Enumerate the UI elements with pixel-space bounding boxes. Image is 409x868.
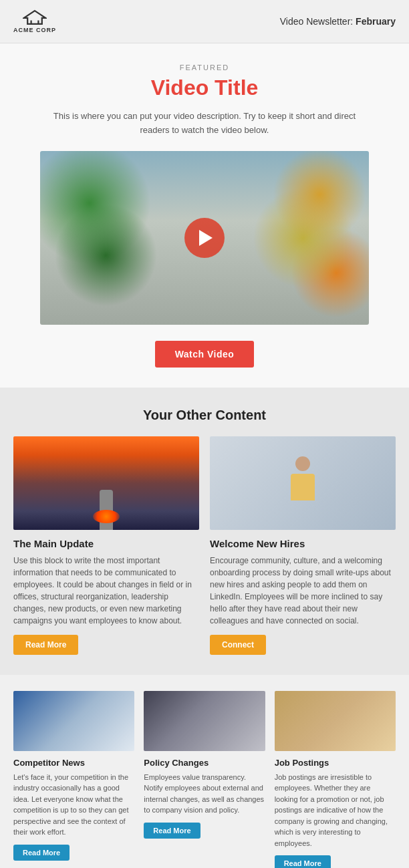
policy-changes-title: Policy Changes — [144, 758, 265, 768]
other-content-section: Your Other Content The Main Update Use t… — [0, 388, 409, 675]
job-postings-read-more-button[interactable]: Read More — [275, 855, 331, 868]
main-update-text: Use this block to write the most importa… — [13, 555, 199, 627]
three-col-section: Competitor News Let's face it, your comp… — [0, 675, 409, 868]
email-header: ACME CORP Video Newsletter: February — [0, 0, 409, 43]
play-button[interactable] — [184, 218, 225, 258]
competitor-news-title: Competitor News — [13, 758, 134, 768]
hire-image — [210, 436, 396, 530]
shelves-image — [275, 691, 396, 751]
two-column-layout: The Main Update Use this block to write … — [13, 436, 396, 655]
other-content-title: Your Other Content — [13, 408, 396, 423]
play-icon — [199, 230, 213, 246]
featured-section: FEATURED Video Title This is where you c… — [0, 43, 409, 388]
featured-description: This is where you can put your video des… — [40, 110, 369, 138]
welcome-hires-text: Encourage community, culture, and a welc… — [210, 555, 396, 627]
policy-changes-column: Policy Changes Employees value transpare… — [144, 691, 265, 868]
person-body — [291, 474, 315, 500]
competitor-news-text: Let's face it, your competition in the i… — [13, 772, 134, 838]
welcome-hires-column: Welcome New Hires Encourage community, c… — [210, 436, 396, 655]
video-thumbnail[interactable] — [40, 151, 369, 325]
logo-icon — [23, 9, 47, 25]
logo-text: ACME CORP — [13, 27, 56, 33]
job-postings-text: Job postings are irresistible to employe… — [275, 772, 396, 849]
competitor-read-more-button[interactable]: Read More — [13, 845, 70, 861]
policy-changes-text: Employees value transparency. Notify emp… — [144, 772, 265, 816]
worker-image — [13, 691, 134, 751]
person-head — [295, 456, 310, 471]
job-postings-title: Job Postings — [275, 758, 396, 768]
connect-button[interactable]: Connect — [210, 635, 266, 655]
newsletter-title: Video Newsletter: February — [280, 16, 396, 27]
svg-marker-0 — [24, 11, 45, 24]
featured-title: Video Title — [40, 76, 369, 100]
job-postings-column: Job Postings Job postings are irresistib… — [275, 691, 396, 868]
welcome-hires-title: Welcome New Hires — [210, 538, 396, 549]
person-silhouette — [286, 456, 319, 510]
rocket-image — [13, 436, 199, 530]
main-update-column: The Main Update Use this block to write … — [13, 436, 199, 655]
watch-video-button[interactable]: Watch Video — [155, 341, 255, 368]
three-column-layout: Competitor News Let's face it, your comp… — [13, 691, 396, 868]
featured-label: FEATURED — [40, 63, 369, 71]
main-update-read-more-button[interactable]: Read More — [13, 635, 78, 655]
logo: ACME CORP — [13, 9, 56, 33]
cars-image — [144, 691, 265, 751]
competitor-news-column: Competitor News Let's face it, your comp… — [13, 691, 134, 868]
main-update-title: The Main Update — [13, 538, 199, 549]
policy-read-more-button[interactable]: Read More — [144, 823, 200, 839]
email-container: ACME CORP Video Newsletter: February FEA… — [0, 0, 409, 868]
